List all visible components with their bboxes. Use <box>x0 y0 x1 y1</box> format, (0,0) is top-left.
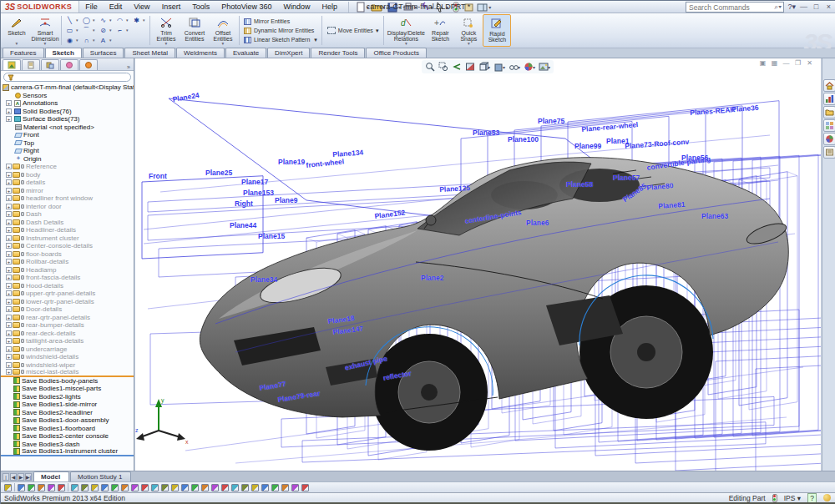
expand-icon[interactable]: + <box>6 243 12 249</box>
smart-dimension-button[interactable]: Smart Dimension▾ <box>31 14 59 47</box>
tree-root-item[interactable]: carrera-GT-mm-final (default<Display Sta… <box>1 83 134 92</box>
search-commands-box[interactable]: ⌕▾ <box>686 2 784 13</box>
filter-tool-icon[interactable] <box>231 484 239 491</box>
expand-icon[interactable]: + <box>6 179 12 185</box>
point-tool-icon[interactable]: ✱ <box>131 16 142 25</box>
menu-help[interactable]: Help <box>316 2 344 12</box>
status-units[interactable]: IPS ▾ <box>784 494 801 502</box>
tree-item-rear-bumper-details[interactable]: +rear-bumper-details <box>1 321 134 330</box>
tree-item-headlamp[interactable]: +Headlamp <box>1 266 134 275</box>
filter-tool-icon[interactable] <box>121 484 129 491</box>
panel-tabs-overflow[interactable]: » <box>124 64 134 70</box>
tree-item-undercarriage[interactable]: +undercarriage <box>1 345 134 354</box>
tree-item-body[interactable]: +body <box>1 171 134 179</box>
tab-surfaces[interactable]: Surfaces <box>83 48 124 58</box>
move-entities-button[interactable]: Move Entities▾ <box>324 14 382 47</box>
tab-weldments[interactable]: Weldments <box>176 48 225 58</box>
tree-item-solid-bodies-76-[interactable]: +Solid Bodies(76) <box>1 108 134 116</box>
expand-icon[interactable]: + <box>6 362 12 368</box>
tab-sheet-metal[interactable]: Sheet Metal <box>124 48 175 58</box>
tree-item-save-bodies-body-panels[interactable]: Save Bodies-body-panels <box>1 377 134 386</box>
menu-photoview-360[interactable]: PhotoView 360 <box>215 2 277 12</box>
doc-cascade-icon[interactable]: ▣ <box>758 59 767 67</box>
expand-icon[interactable]: + <box>6 338 12 344</box>
search-icon[interactable]: ⌕▾ <box>774 3 783 12</box>
file-explorer-icon[interactable] <box>823 106 835 118</box>
display-delete-relations-button[interactable]: d Display/Delete Relations▾ <box>386 14 426 47</box>
circle-tool-icon[interactable]: ◯ <box>81 16 92 25</box>
tree-item-front-fascia-details[interactable]: +front-fascia-details <box>1 274 134 282</box>
tree-item-instrument-cluster[interactable]: +Instrument cluster <box>1 234 134 243</box>
tree-item-right[interactable]: Right <box>1 147 134 155</box>
expand-icon[interactable]: + <box>6 108 12 114</box>
tab-features[interactable]: Features <box>3 48 44 58</box>
view-orientation-icon[interactable]: ▾ <box>478 61 491 73</box>
menu-view[interactable]: View <box>128 2 155 12</box>
text-tool-icon[interactable]: A <box>98 36 109 45</box>
tree-item-floor-boards[interactable]: +floor-boards <box>1 250 134 259</box>
tab-scroll-buttons[interactable]: |◀ ◀ ▶ ▶| <box>1 473 33 481</box>
tree-item-hood-details[interactable]: +Hood-details <box>1 282 134 290</box>
doc-tab-motion-study-1[interactable]: Motion Study 1 <box>70 471 131 481</box>
graphics-viewport[interactable]: y x z Plane24FrontPlane25Plane17Plane153… <box>135 58 821 471</box>
expand-icon[interactable]: + <box>6 354 12 360</box>
filter-tool-icon[interactable] <box>201 484 209 491</box>
expand-icon[interactable]: + <box>6 235 12 241</box>
filter-tool-icon[interactable] <box>241 484 249 491</box>
expand-icon[interactable]: + <box>6 267 12 273</box>
tree-item-material-not-specified-[interactable]: Material <not specified> <box>1 123 134 132</box>
filter-tool-icon[interactable] <box>151 484 159 491</box>
tree-item-interior-door[interactable]: +interior door <box>1 203 134 211</box>
section-view-icon[interactable] <box>464 61 476 73</box>
filter-tool-icon[interactable] <box>261 484 269 491</box>
filter-tool-icon[interactable] <box>38 484 45 491</box>
tab-office-products[interactable]: Office Products <box>366 48 427 58</box>
tab-scroll-next-icon[interactable]: ▶ <box>18 473 24 481</box>
new-document-icon[interactable] <box>354 2 367 13</box>
filter-tool-icon[interactable] <box>251 484 259 491</box>
trim-entities-button[interactable]: Trim Entities▾ <box>152 14 180 47</box>
filter-tool-icon[interactable] <box>18 484 25 491</box>
tab-configurationmanager[interactable] <box>41 59 59 70</box>
tab-dimxpertmanager[interactable] <box>60 59 78 70</box>
tab-displaymanager[interactable] <box>79 59 98 70</box>
tab-render-tools[interactable]: Render Tools <box>311 48 365 58</box>
tab-featuremanager[interactable] <box>3 59 21 70</box>
tab-dimxpert[interactable]: DimXpert <box>267 48 310 58</box>
filter-tool-icon[interactable] <box>28 484 35 491</box>
expand-icon[interactable]: + <box>6 275 12 280</box>
expand-icon[interactable]: + <box>6 251 12 257</box>
expand-icon[interactable]: + <box>6 100 12 106</box>
filter-tool-icon[interactable] <box>131 484 139 491</box>
tree-item-details[interactable]: +details <box>1 179 134 187</box>
menu-file[interactable]: File <box>79 2 104 12</box>
hide-show-items-icon[interactable]: ▾ <box>508 61 521 73</box>
repair-sketch-button[interactable]: + Repair Sketch <box>426 14 454 47</box>
filter-tool-icon[interactable] <box>301 484 309 491</box>
tab-evaluate[interactable]: Evaluate <box>225 48 266 58</box>
filter-tool-icon[interactable] <box>101 484 109 491</box>
solidworks-resources-icon[interactable] <box>823 79 835 92</box>
dynamic-mirror-button[interactable]: Dynamic Mirror Entities <box>241 27 320 35</box>
tree-item-reference[interactable]: +Reference <box>1 163 134 171</box>
expand-icon[interactable]: + <box>6 227 12 233</box>
custom-properties-icon[interactable] <box>823 146 835 159</box>
tree-item-save-bodies1-side-mirror[interactable]: Save Bodies1-side-mirror <box>1 401 134 409</box>
tree-item-door-details[interactable]: +Door-details <box>1 305 134 314</box>
tree-item-rear-deck-details[interactable]: +rear-deck-details <box>1 330 134 338</box>
tree-item-mirror[interactable]: +mirror <box>1 187 134 195</box>
tree-item-windshield-wiper[interactable]: +windshield-wiper <box>1 361 134 370</box>
convert-entities-button[interactable]: Convert Entities <box>180 14 209 47</box>
tree-item-save-bodies1-door-assembly[interactable]: Save Bodies1-door-assembly <box>1 416 134 425</box>
tree-item-rollbar-details[interactable]: +Rollbar-details <box>1 258 134 266</box>
tree-item-upper-qrtr-panel-details[interactable]: +upper-qrtr-panel-details <box>1 290 134 298</box>
fillet-tool-icon[interactable]: ⌐ <box>114 26 125 35</box>
expand-icon[interactable]: + <box>6 116 12 122</box>
tree-item-center-console-details[interactable]: +Center-console-details <box>1 242 134 250</box>
help-icon[interactable]: ?▾ <box>787 3 796 11</box>
offset-entities-button[interactable]: Offset Entities▾ <box>209 14 237 47</box>
filter-tool-icon[interactable] <box>111 484 119 491</box>
panels-icon[interactable] <box>476 2 488 13</box>
tree-item-annotations[interactable]: +AAnnotations <box>1 99 134 108</box>
tangent-arc-tool-icon[interactable]: ∩ <box>81 36 92 45</box>
